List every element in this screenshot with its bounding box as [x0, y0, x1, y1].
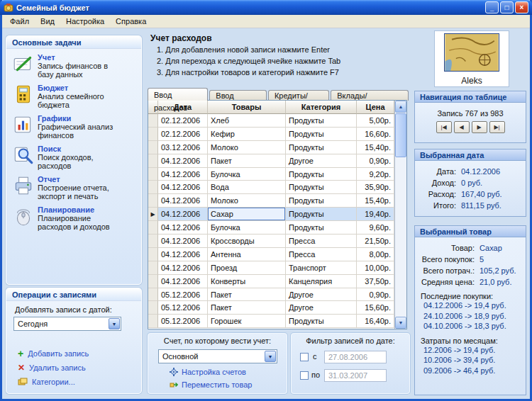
first-record-button[interactable]: |◀	[436, 121, 452, 133]
task-label-charts[interactable]: Графики	[38, 114, 124, 123]
table-cell-price[interactable]: 9,20р.	[357, 168, 394, 181]
filter-from-date-field[interactable]: 27.08.2006	[324, 351, 387, 363]
table-cell-date[interactable]: 05.12.2006	[158, 288, 208, 302]
task-item-accounting[interactable]: Учет Запись финансов в базу данных	[12, 53, 138, 79]
date-mode-combobox[interactable]: Сегодня ▼	[13, 317, 121, 331]
categories-link[interactable]: Категории...	[18, 378, 75, 386]
table-cell-date[interactable]: 04.12.2006	[158, 154, 208, 168]
table-row[interactable]: 05.12.2006ПакетДругое0,90р.	[148, 288, 406, 302]
table-cell-category[interactable]: Другое	[286, 301, 357, 315]
table-cell-category[interactable]: Канцелярия	[286, 275, 357, 288]
add-record-link[interactable]: + Добавить запись	[18, 349, 89, 358]
table-row[interactable]: 04.12.2006ПакетДругое0,90р.	[148, 154, 406, 168]
table-cell-date[interactable]: 04.12.2006	[158, 275, 208, 288]
table-cell-date[interactable]: 04.12.2006	[158, 248, 208, 261]
close-button[interactable]: ×	[515, 1, 528, 13]
table-cell-price[interactable]: 16,60р.	[357, 128, 394, 141]
table-cell-item[interactable]: Пакет	[208, 301, 286, 315]
table-cell-item[interactable]: Конверты	[208, 275, 286, 288]
table-cell-price[interactable]: 8,00р.	[357, 248, 394, 261]
table-cell-category[interactable]: Продукты	[286, 141, 357, 154]
table-cell-date[interactable]: 04.12.2006	[158, 181, 208, 194]
table-cell-date[interactable]: 04.12.2006	[158, 208, 208, 221]
header-price[interactable]: Цена	[357, 101, 394, 114]
table-cell-item[interactable]: Пакет	[208, 288, 286, 302]
table-cell-price[interactable]: 37,50р.	[357, 275, 394, 288]
filter-from-checkbox[interactable]	[300, 353, 309, 361]
table-cell-date[interactable]: 03.12.2006	[158, 141, 208, 154]
table-cell-item[interactable]: Булочка	[208, 168, 286, 181]
task-label-planning[interactable]: Планирование	[38, 205, 124, 214]
table-cell-item[interactable]: Антенна	[208, 248, 286, 261]
table-row[interactable]: 05.12.2006ГорошекПродукты16,40р.	[148, 315, 406, 328]
table-cell-category[interactable]: Другое	[286, 154, 357, 168]
scroll-down-icon[interactable]: ▼	[395, 317, 406, 329]
table-row[interactable]: 04.12.2006КроссвордыПресса21,50р.	[148, 235, 406, 248]
table-cell-price[interactable]: 21,50р.	[357, 235, 394, 248]
menu-settings[interactable]: Настройка	[60, 15, 110, 28]
header-category[interactable]: Категория	[286, 101, 357, 114]
table-cell-item[interactable]: Кроссворды	[208, 235, 286, 248]
tab-income[interactable]: Ввод доходов	[209, 90, 267, 101]
table-cell-item[interactable]: Молоко	[208, 141, 286, 154]
task-item-search[interactable]: Поиск Поиск доходов, расходов	[12, 145, 138, 170]
table-row[interactable]: ▶04.12.2006СахарПродукты19,40р.	[148, 208, 406, 221]
table-cell-item[interactable]: Горошек	[208, 315, 286, 328]
task-item-charts[interactable]: Графики Графический анализ финансов	[12, 114, 138, 140]
table-cell-price[interactable]: 0,90р.	[357, 288, 394, 302]
table-cell-date[interactable]: 05.12.2006	[158, 301, 208, 315]
task-item-budget[interactable]: Бюджет Анализ семейного бюджета	[12, 84, 138, 109]
table-cell-price[interactable]: 15,60р.	[357, 301, 394, 315]
header-item[interactable]: Товары	[208, 101, 286, 114]
table-cell-category[interactable]: Пресса	[286, 235, 357, 248]
task-item-report[interactable]: Отчет Построение отчета, экспорт и печат…	[12, 175, 138, 200]
delete-record-link[interactable]: ✕ Удалить запись	[18, 363, 86, 372]
accounts-settings-link[interactable]: Настройка счетов	[170, 368, 246, 376]
table-cell-category[interactable]: Продукты	[286, 315, 357, 328]
table-cell-item[interactable]: Пакет	[208, 154, 286, 168]
table-row[interactable]: 04.12.2006КонвертыКанцелярия37,50р.	[148, 275, 406, 288]
table-cell-item[interactable]: Кефир	[208, 128, 286, 141]
titlebar[interactable]: Семейный бюджет _ □ ×	[0, 0, 532, 15]
minimize-button[interactable]: _	[485, 1, 499, 13]
table-cell-price[interactable]: 15,40р.	[357, 194, 394, 208]
filter-to-checkbox[interactable]	[300, 371, 309, 380]
table-cell-category[interactable]: Продукты	[286, 208, 357, 221]
table-cell-price[interactable]: 9,60р.	[357, 221, 394, 235]
task-label-budget[interactable]: Бюджет	[38, 84, 124, 92]
table-row[interactable]: 02.12.2006ХлебПродукты5,00р.	[148, 114, 406, 128]
table-cell-price[interactable]: 16,40р.	[357, 315, 394, 328]
table-cell-category[interactable]: Продукты	[286, 114, 357, 128]
table-row[interactable]: 04.12.2006БулочкаПродукты9,60р.	[148, 221, 406, 235]
table-cell-category[interactable]: Продукты	[286, 181, 357, 194]
chevron-down-icon[interactable]: ▼	[265, 351, 276, 362]
table-cell-price[interactable]: 5,00р.	[357, 114, 394, 128]
menu-file[interactable]: Файл	[4, 15, 35, 28]
move-item-link[interactable]: Переместить товар	[170, 380, 252, 389]
table-cell-item[interactable]: Молоко	[208, 194, 286, 208]
scrollbar-thumb[interactable]	[395, 113, 406, 157]
table-cell-date[interactable]: 04.12.2006	[158, 261, 208, 275]
menu-help[interactable]: Справка	[110, 15, 152, 28]
table-row[interactable]: 04.12.2006МолокоПродукты15,40р.	[148, 194, 406, 208]
table-cell-price[interactable]: 19,40р.	[357, 208, 394, 221]
table-cell-date[interactable]: 04.12.2006	[158, 194, 208, 208]
table-row[interactable]: 02.12.2006КефирПродукты16,60р.	[148, 128, 406, 141]
task-label-report[interactable]: Отчет	[38, 175, 124, 183]
table-cell-price[interactable]: 0,90р.	[357, 154, 394, 168]
table-cell-category[interactable]: Транспорт	[286, 261, 357, 275]
table-cell-date[interactable]: 04.12.2006	[158, 168, 208, 181]
table-cell-item[interactable]: Хлеб	[208, 114, 286, 128]
previous-record-button[interactable]: ◀	[454, 121, 470, 133]
table-cell-category[interactable]: Пресса	[286, 248, 357, 261]
table-row[interactable]: 04.12.2006БулочкаПродукты9,20р.	[148, 168, 406, 181]
table-cell-category[interactable]: Другое	[286, 288, 357, 302]
table-row[interactable]: 03.12.2006МолокоПродукты15,40р.	[148, 141, 406, 154]
table-cell-date[interactable]: 02.12.2006	[158, 128, 208, 141]
table-row[interactable]: 04.12.2006АнтеннаПресса8,00р.	[148, 248, 406, 261]
task-item-planning[interactable]: Планирование Планирование расходов и дох…	[12, 205, 138, 231]
last-record-button[interactable]: ▶|	[489, 121, 505, 133]
filter-to-date-field[interactable]: 31.03.2007	[324, 369, 387, 382]
menu-view[interactable]: Вид	[35, 15, 60, 28]
table-cell-date[interactable]: 04.12.2006	[158, 235, 208, 248]
